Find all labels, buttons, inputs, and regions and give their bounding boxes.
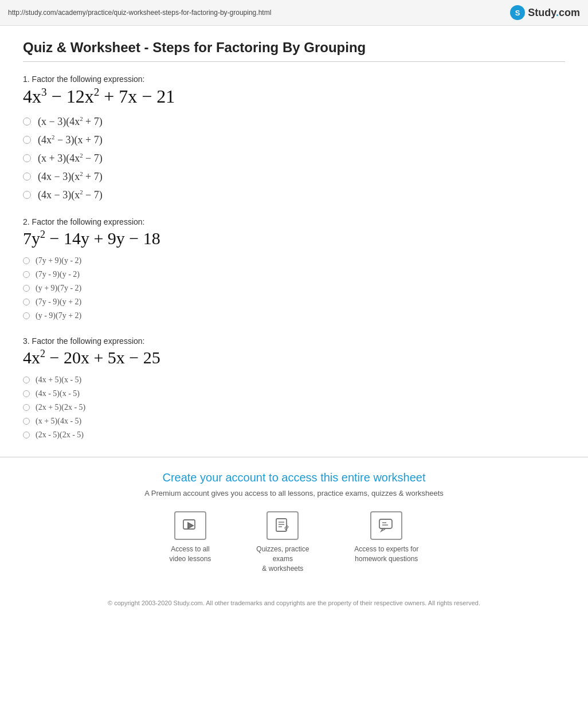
q1-label: 1. Factor the following expression: bbox=[23, 75, 565, 84]
q1-radio-1[interactable] bbox=[23, 117, 31, 126]
question-1: 1. Factor the following expression: 4x3 … bbox=[23, 75, 565, 201]
quiz-list-icon bbox=[275, 518, 291, 534]
q2-option-1[interactable]: (7y + 9)(y - 2) bbox=[23, 256, 565, 265]
svg-marker-3 bbox=[188, 523, 193, 528]
q2-radio-5[interactable] bbox=[23, 312, 30, 319]
q3-label: 3. Factor the following expression: bbox=[23, 336, 565, 346]
q2-option-3[interactable]: (y + 9)(7y - 2) bbox=[23, 284, 565, 293]
question-3: 3. Factor the following expression: 4x2 … bbox=[23, 336, 565, 440]
study-logo: S Study.com bbox=[509, 5, 580, 21]
cta-title: Create your account to access this entir… bbox=[11, 471, 577, 484]
q1-instruction: Factor the following expression: bbox=[32, 75, 145, 84]
feature-quiz-label: Quizzes, practice exams& worksheets bbox=[245, 544, 320, 573]
q3-radio-2[interactable] bbox=[23, 390, 30, 397]
video-play-icon bbox=[182, 518, 198, 534]
question-2: 2. Factor the following expression: 7y2 … bbox=[23, 217, 565, 320]
q2-option-5[interactable]: (y - 9)(7y + 2) bbox=[23, 311, 565, 320]
q1-radio-5[interactable] bbox=[23, 191, 31, 199]
svg-rect-4 bbox=[276, 519, 287, 531]
q3-option-4[interactable]: (x + 5)(4x - 5) bbox=[23, 417, 565, 426]
feature-expert-label: Access to experts forhomework questions bbox=[354, 544, 418, 564]
q1-radio-4[interactable] bbox=[23, 173, 31, 181]
q2-radio-3[interactable] bbox=[23, 285, 30, 292]
q1-radio-2[interactable] bbox=[23, 136, 31, 144]
url-text: http://study.com/academy/practice/quiz-w… bbox=[8, 9, 271, 17]
q2-option-4[interactable]: (7y - 9)(y + 2) bbox=[23, 297, 565, 307]
study-logo-icon: S bbox=[509, 5, 526, 21]
feature-icons: Access to allvideo lessons Quizzes, prac… bbox=[11, 511, 577, 573]
q1-radio-3[interactable] bbox=[23, 154, 31, 162]
expert-chat-icon bbox=[378, 518, 394, 534]
expert-icon-box bbox=[370, 511, 402, 540]
main-content: Quiz & Worksheet - Steps for Factoring B… bbox=[0, 26, 588, 457]
q2-radio-2[interactable] bbox=[23, 271, 30, 278]
footer-text: © copyright 2003-2020 Study.com. All oth… bbox=[108, 600, 480, 606]
q3-radio-5[interactable] bbox=[23, 432, 30, 438]
q2-radio-4[interactable] bbox=[23, 299, 30, 305]
q1-option-1[interactable]: (x − 3)(4x2 + 7) bbox=[23, 115, 565, 128]
q2-label: 2. Factor the following expression: bbox=[23, 217, 565, 226]
video-icon-box bbox=[174, 511, 206, 540]
q2-expression: 7y2 − 14y + 9y − 18 bbox=[23, 229, 565, 248]
q3-option-2[interactable]: (4x - 5)(x - 5) bbox=[23, 389, 565, 398]
feature-quiz: Quizzes, practice exams& worksheets bbox=[245, 511, 320, 573]
q2-option-2[interactable]: (7y - 9)(y - 2) bbox=[23, 270, 565, 279]
q2-instruction: Factor the following expression: bbox=[32, 217, 145, 226]
q3-radio-3[interactable] bbox=[23, 404, 30, 411]
url-bar: http://study.com/academy/practice/quiz-w… bbox=[0, 0, 588, 26]
q3-instruction: Factor the following expression: bbox=[32, 336, 145, 346]
q1-number: 1. bbox=[23, 75, 32, 84]
feature-video: Access to allvideo lessons bbox=[170, 511, 211, 573]
svg-text:S: S bbox=[515, 9, 520, 17]
q1-option-2[interactable]: (4x2 − 3)(x + 7) bbox=[23, 134, 565, 146]
q2-number: 2. bbox=[23, 217, 32, 226]
q1-option-5[interactable]: (4x − 3)(x2 − 7) bbox=[23, 189, 565, 201]
q1-option-3[interactable]: (x + 3)(4x2 − 7) bbox=[23, 152, 565, 164]
cta-section: Create your account to access this entir… bbox=[0, 457, 588, 590]
svg-rect-8 bbox=[379, 519, 392, 528]
page-title: Quiz & Worksheet - Steps for Factoring B… bbox=[23, 40, 565, 62]
q3-radio-1[interactable] bbox=[23, 377, 30, 383]
q3-option-5[interactable]: (2x - 5)(2x - 5) bbox=[23, 430, 565, 440]
q1-expression: 4x3 − 12x2 + 7x − 21 bbox=[23, 86, 565, 107]
q3-option-3[interactable]: (2x + 5)(2x - 5) bbox=[23, 403, 565, 412]
q3-option-1[interactable]: (4x + 5)(x - 5) bbox=[23, 375, 565, 385]
q3-radio-4[interactable] bbox=[23, 418, 30, 425]
q3-expression: 4x2 − 20x + 5x − 25 bbox=[23, 348, 565, 367]
q2-radio-1[interactable] bbox=[23, 257, 30, 264]
feature-expert: Access to experts forhomework questions bbox=[354, 511, 418, 573]
quiz-icon-box bbox=[266, 511, 299, 540]
cta-subtitle: A Premium account gives you access to al… bbox=[11, 489, 577, 497]
study-logo-text: Study.com bbox=[528, 7, 580, 19]
q3-number: 3. bbox=[23, 336, 32, 346]
q1-option-4[interactable]: (4x − 3)(x2 + 7) bbox=[23, 170, 565, 183]
footer: © copyright 2003-2020 Study.com. All oth… bbox=[0, 590, 588, 617]
feature-video-label: Access to allvideo lessons bbox=[170, 544, 211, 564]
